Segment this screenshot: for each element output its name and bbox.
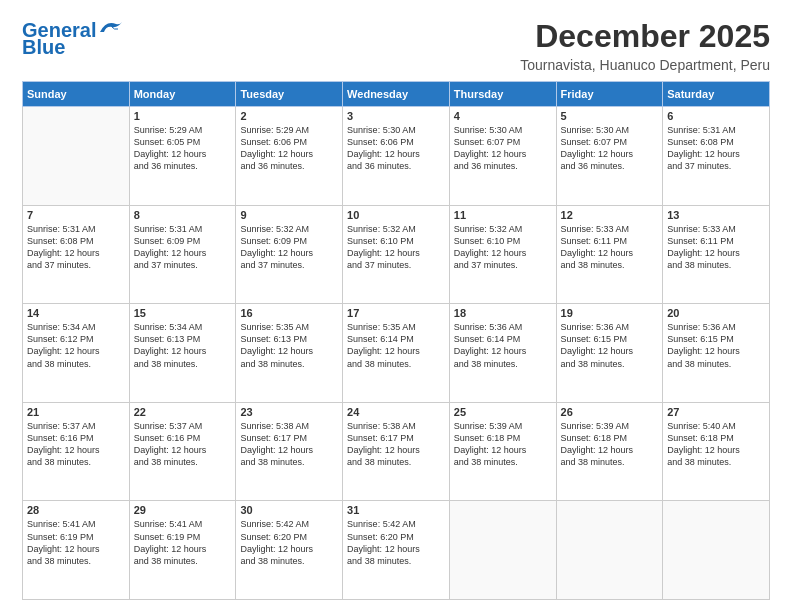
- calendar-cell: 25Sunrise: 5:39 AM Sunset: 6:18 PM Dayli…: [449, 402, 556, 501]
- day-number: 13: [667, 209, 765, 221]
- calendar-cell: 29Sunrise: 5:41 AM Sunset: 6:19 PM Dayli…: [129, 501, 236, 600]
- day-number: 20: [667, 307, 765, 319]
- day-info: Sunrise: 5:31 AM Sunset: 6:09 PM Dayligh…: [134, 223, 232, 272]
- calendar-cell: 9Sunrise: 5:32 AM Sunset: 6:09 PM Daylig…: [236, 205, 343, 304]
- calendar-cell: 6Sunrise: 5:31 AM Sunset: 6:08 PM Daylig…: [663, 107, 770, 206]
- day-number: 26: [561, 406, 659, 418]
- calendar-header-sunday: Sunday: [23, 82, 130, 107]
- calendar-cell: 27Sunrise: 5:40 AM Sunset: 6:18 PM Dayli…: [663, 402, 770, 501]
- day-number: 24: [347, 406, 445, 418]
- calendar-header-saturday: Saturday: [663, 82, 770, 107]
- day-info: Sunrise: 5:39 AM Sunset: 6:18 PM Dayligh…: [561, 420, 659, 469]
- calendar-cell: 26Sunrise: 5:39 AM Sunset: 6:18 PM Dayli…: [556, 402, 663, 501]
- calendar-cell: 1Sunrise: 5:29 AM Sunset: 6:05 PM Daylig…: [129, 107, 236, 206]
- calendar-cell: 12Sunrise: 5:33 AM Sunset: 6:11 PM Dayli…: [556, 205, 663, 304]
- day-number: 21: [27, 406, 125, 418]
- calendar-cell: 5Sunrise: 5:30 AM Sunset: 6:07 PM Daylig…: [556, 107, 663, 206]
- day-info: Sunrise: 5:33 AM Sunset: 6:11 PM Dayligh…: [561, 223, 659, 272]
- day-info: Sunrise: 5:42 AM Sunset: 6:20 PM Dayligh…: [347, 518, 445, 567]
- day-number: 30: [240, 504, 338, 516]
- day-number: 1: [134, 110, 232, 122]
- day-info: Sunrise: 5:35 AM Sunset: 6:13 PM Dayligh…: [240, 321, 338, 370]
- calendar-cell: 4Sunrise: 5:30 AM Sunset: 6:07 PM Daylig…: [449, 107, 556, 206]
- calendar-cell: 30Sunrise: 5:42 AM Sunset: 6:20 PM Dayli…: [236, 501, 343, 600]
- calendar-week-row: 14Sunrise: 5:34 AM Sunset: 6:12 PM Dayli…: [23, 304, 770, 403]
- header: General Blue December 2025 Tournavista, …: [22, 18, 770, 73]
- day-info: Sunrise: 5:32 AM Sunset: 6:10 PM Dayligh…: [347, 223, 445, 272]
- calendar-cell: [663, 501, 770, 600]
- day-info: Sunrise: 5:37 AM Sunset: 6:16 PM Dayligh…: [134, 420, 232, 469]
- calendar-week-row: 28Sunrise: 5:41 AM Sunset: 6:19 PM Dayli…: [23, 501, 770, 600]
- page: General Blue December 2025 Tournavista, …: [0, 0, 792, 612]
- day-number: 17: [347, 307, 445, 319]
- day-number: 25: [454, 406, 552, 418]
- day-number: 6: [667, 110, 765, 122]
- day-number: 8: [134, 209, 232, 221]
- day-number: 23: [240, 406, 338, 418]
- calendar-week-row: 7Sunrise: 5:31 AM Sunset: 6:08 PM Daylig…: [23, 205, 770, 304]
- logo-bird-icon: [98, 18, 124, 38]
- day-info: Sunrise: 5:29 AM Sunset: 6:05 PM Dayligh…: [134, 124, 232, 173]
- day-number: 7: [27, 209, 125, 221]
- calendar-cell: 14Sunrise: 5:34 AM Sunset: 6:12 PM Dayli…: [23, 304, 130, 403]
- day-info: Sunrise: 5:36 AM Sunset: 6:15 PM Dayligh…: [561, 321, 659, 370]
- day-info: Sunrise: 5:32 AM Sunset: 6:10 PM Dayligh…: [454, 223, 552, 272]
- day-number: 28: [27, 504, 125, 516]
- day-number: 18: [454, 307, 552, 319]
- calendar-cell: 13Sunrise: 5:33 AM Sunset: 6:11 PM Dayli…: [663, 205, 770, 304]
- calendar-cell: 11Sunrise: 5:32 AM Sunset: 6:10 PM Dayli…: [449, 205, 556, 304]
- day-info: Sunrise: 5:40 AM Sunset: 6:18 PM Dayligh…: [667, 420, 765, 469]
- day-number: 15: [134, 307, 232, 319]
- calendar-cell: 17Sunrise: 5:35 AM Sunset: 6:14 PM Dayli…: [343, 304, 450, 403]
- day-number: 19: [561, 307, 659, 319]
- day-number: 16: [240, 307, 338, 319]
- day-info: Sunrise: 5:33 AM Sunset: 6:11 PM Dayligh…: [667, 223, 765, 272]
- day-number: 9: [240, 209, 338, 221]
- calendar-cell: 15Sunrise: 5:34 AM Sunset: 6:13 PM Dayli…: [129, 304, 236, 403]
- logo-blue: Blue: [22, 36, 65, 59]
- day-number: 22: [134, 406, 232, 418]
- day-number: 4: [454, 110, 552, 122]
- day-info: Sunrise: 5:29 AM Sunset: 6:06 PM Dayligh…: [240, 124, 338, 173]
- calendar-cell: 18Sunrise: 5:36 AM Sunset: 6:14 PM Dayli…: [449, 304, 556, 403]
- day-number: 31: [347, 504, 445, 516]
- day-info: Sunrise: 5:38 AM Sunset: 6:17 PM Dayligh…: [240, 420, 338, 469]
- day-info: Sunrise: 5:42 AM Sunset: 6:20 PM Dayligh…: [240, 518, 338, 567]
- day-info: Sunrise: 5:41 AM Sunset: 6:19 PM Dayligh…: [134, 518, 232, 567]
- title-block: December 2025 Tournavista, Huanuco Depar…: [520, 18, 770, 73]
- calendar-header-thursday: Thursday: [449, 82, 556, 107]
- calendar-header-row: SundayMondayTuesdayWednesdayThursdayFrid…: [23, 82, 770, 107]
- calendar-header-wednesday: Wednesday: [343, 82, 450, 107]
- day-info: Sunrise: 5:35 AM Sunset: 6:14 PM Dayligh…: [347, 321, 445, 370]
- calendar-cell: 22Sunrise: 5:37 AM Sunset: 6:16 PM Dayli…: [129, 402, 236, 501]
- day-info: Sunrise: 5:30 AM Sunset: 6:06 PM Dayligh…: [347, 124, 445, 173]
- day-info: Sunrise: 5:32 AM Sunset: 6:09 PM Dayligh…: [240, 223, 338, 272]
- day-info: Sunrise: 5:30 AM Sunset: 6:07 PM Dayligh…: [454, 124, 552, 173]
- day-info: Sunrise: 5:34 AM Sunset: 6:13 PM Dayligh…: [134, 321, 232, 370]
- day-number: 3: [347, 110, 445, 122]
- day-number: 5: [561, 110, 659, 122]
- day-info: Sunrise: 5:31 AM Sunset: 6:08 PM Dayligh…: [27, 223, 125, 272]
- day-number: 11: [454, 209, 552, 221]
- calendar-header-monday: Monday: [129, 82, 236, 107]
- main-title: December 2025: [520, 18, 770, 55]
- calendar-cell: [449, 501, 556, 600]
- day-info: Sunrise: 5:34 AM Sunset: 6:12 PM Dayligh…: [27, 321, 125, 370]
- calendar-cell: 24Sunrise: 5:38 AM Sunset: 6:17 PM Dayli…: [343, 402, 450, 501]
- day-info: Sunrise: 5:39 AM Sunset: 6:18 PM Dayligh…: [454, 420, 552, 469]
- calendar-week-row: 21Sunrise: 5:37 AM Sunset: 6:16 PM Dayli…: [23, 402, 770, 501]
- calendar-cell: 2Sunrise: 5:29 AM Sunset: 6:06 PM Daylig…: [236, 107, 343, 206]
- calendar-cell: [556, 501, 663, 600]
- calendar-cell: 8Sunrise: 5:31 AM Sunset: 6:09 PM Daylig…: [129, 205, 236, 304]
- calendar-header-tuesday: Tuesday: [236, 82, 343, 107]
- calendar-body: 1Sunrise: 5:29 AM Sunset: 6:05 PM Daylig…: [23, 107, 770, 600]
- calendar-cell: [23, 107, 130, 206]
- day-number: 2: [240, 110, 338, 122]
- day-info: Sunrise: 5:30 AM Sunset: 6:07 PM Dayligh…: [561, 124, 659, 173]
- calendar-cell: 20Sunrise: 5:36 AM Sunset: 6:15 PM Dayli…: [663, 304, 770, 403]
- calendar-cell: 7Sunrise: 5:31 AM Sunset: 6:08 PM Daylig…: [23, 205, 130, 304]
- day-number: 27: [667, 406, 765, 418]
- day-number: 29: [134, 504, 232, 516]
- day-number: 10: [347, 209, 445, 221]
- day-number: 12: [561, 209, 659, 221]
